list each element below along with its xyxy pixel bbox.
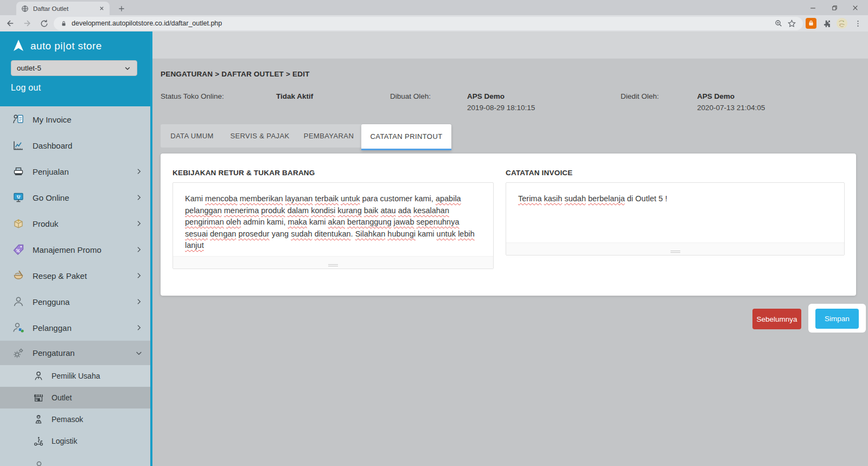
chevron-right-icon: [134, 219, 144, 228]
sidebar-item-outlet[interactable]: Outlet: [0, 387, 152, 408]
tab-catatan-printout[interactable]: CATATAN PRINTOUT: [361, 124, 451, 150]
sidebar-item-label: Manajemen Promo: [33, 245, 101, 254]
profile-avatar[interactable]: [836, 17, 848, 29]
browser-menu-icon[interactable]: [851, 16, 865, 30]
sidebar-item-label: Pemasok: [52, 415, 83, 424]
resize-grip[interactable]: [671, 251, 680, 253]
chevron-right-icon: [134, 297, 144, 307]
forward-button[interactable]: [20, 16, 34, 30]
brand-name: auto pi|ot store: [30, 40, 102, 52]
invoice-textarea-text: Terima kasih sudah berbelanja di Outlet …: [506, 183, 844, 205]
sidebar-item-label: Penjualan: [33, 167, 69, 176]
save-button[interactable]: Simpan: [815, 309, 859, 329]
extensions-puzzle-icon[interactable]: [819, 16, 833, 30]
previous-button[interactable]: Sebelumnya: [752, 309, 801, 329]
bookmark-star-icon[interactable]: [787, 19, 796, 28]
sidebar-item-pengaturan[interactable]: Pengaturan: [0, 341, 152, 365]
sidebar-item-pemilik-usaha[interactable]: Pemilik Usaha: [0, 365, 152, 387]
owner-icon: [33, 370, 44, 382]
chart-icon: [12, 139, 25, 152]
minimize-button[interactable]: [803, 1, 822, 14]
status-online-label: Status Toko Online:: [161, 92, 224, 100]
tab-close-icon[interactable]: [99, 5, 105, 11]
chevron-right-icon: [134, 245, 144, 254]
user-icon: [33, 459, 44, 466]
close-button[interactable]: [845, 1, 865, 14]
created-at-value: 2019-08-29 18:10:15: [467, 104, 535, 112]
reload-button[interactable]: [37, 16, 51, 30]
tab-title: Daftar Outlet: [33, 5, 94, 12]
retur-textarea[interactable]: Kami mencoba memberikan layanan terbaik …: [173, 182, 494, 269]
sidebar-item-dashboard[interactable]: Dashboard: [0, 132, 152, 158]
sidebar-item-label: Logistik: [52, 437, 77, 445]
tag-icon: [12, 243, 25, 256]
sidebar-item-pengguna[interactable]: Pengguna: [0, 289, 152, 315]
sidebar-item-label: Pelanggan: [33, 323, 72, 333]
maximize-button[interactable]: [825, 1, 844, 14]
box-icon: [12, 217, 25, 230]
edited-at-value: 2020-07-13 21:04:05: [697, 104, 765, 112]
status-online-value: Tidak Aktif: [276, 92, 313, 100]
sidebar-header: auto pi|ot store outlet-5 Log out: [0, 31, 152, 106]
sidebar: auto pi|ot store outlet-5 Log out My Inv…: [0, 31, 152, 466]
sidebar-item-label: Produk: [33, 219, 59, 228]
sidebar-item-my-invoice[interactable]: My Invoice: [0, 106, 152, 132]
lock-icon: [60, 20, 67, 27]
sidebar-item-pemasok[interactable]: Pemasok: [0, 408, 152, 430]
browser-toolbar: development.autopilotstore.co.id/daftar_…: [0, 15, 868, 31]
outlet-select[interactable]: outlet-5: [11, 60, 137, 76]
url-text: development.autopilotstore.co.id/daftar_…: [72, 20, 222, 27]
chevron-right-icon: [134, 193, 144, 202]
resize-grip[interactable]: [328, 264, 338, 266]
extension-shop-icon[interactable]: [806, 18, 816, 29]
sidebar-menu: My InvoiceDashboardPenjualanGo OnlinePro…: [0, 106, 152, 452]
content-top-band: [152, 31, 868, 59]
chevron-right-icon: [134, 271, 144, 280]
edited-by-label: Diedit Oleh:: [621, 92, 659, 100]
sidebar-item-produk[interactable]: Produk: [0, 210, 152, 237]
created-by-value: APS Demo: [467, 92, 505, 100]
tab-pembayaran[interactable]: PEMBAYARAN: [296, 124, 361, 148]
retur-panel-title: KEBIJAKAN RETUR & TUKAR BARANG: [173, 169, 315, 177]
invoice-textarea[interactable]: Terima kasih sudah berbelanja di Outlet …: [506, 182, 845, 256]
tab-servis-pajak[interactable]: SERVIS & PAJAK: [224, 124, 296, 148]
invoice-textarea-footer: [506, 242, 844, 255]
logout-link[interactable]: Log out: [11, 83, 142, 93]
browser-tab[interactable]: Daftar Outlet: [16, 2, 110, 15]
zoom-icon[interactable]: [774, 19, 783, 28]
sidebar-item-pelanggan[interactable]: Pelanggan: [0, 315, 152, 341]
monitor-icon: [12, 191, 25, 204]
sidebar-item-manajemen-promo[interactable]: Manajemen Promo: [0, 237, 152, 263]
created-by-label: Dibuat Oleh:: [390, 92, 431, 100]
bag-icon: [807, 20, 815, 27]
tab-favicon-globe-icon: [21, 5, 29, 12]
sidebar-item-resep-paket[interactable]: Resep & Paket: [0, 263, 152, 289]
sidebar-item-penjualan[interactable]: Penjualan: [0, 158, 152, 184]
mortar-icon: [12, 269, 25, 282]
sidebar-item-label: Pemilik Usaha: [52, 372, 100, 380]
back-button[interactable]: [3, 16, 17, 30]
sidebar-item-partial[interactable]: [0, 452, 152, 466]
url-bar[interactable]: development.autopilotstore.co.id/daftar_…: [54, 17, 803, 30]
save-button-wrapper: Simpan: [808, 304, 866, 333]
tab-data-umum[interactable]: DATA UMUM: [161, 124, 224, 148]
chevron-right-icon: [134, 323, 144, 333]
users-icon: [12, 321, 25, 334]
retur-textarea-footer: [173, 256, 493, 269]
chevron-down-icon: [124, 65, 131, 72]
paper-plane-icon: [11, 39, 25, 53]
browser-titlebar: Daftar Outlet: [0, 0, 868, 15]
new-tab-button[interactable]: [115, 3, 128, 14]
sidebar-item-label: Pengaturan: [33, 348, 75, 358]
sidebar-item-label: Outlet: [52, 393, 72, 402]
sidebar-item-go-online[interactable]: Go Online: [0, 184, 152, 210]
chevron-right-icon: [134, 167, 144, 176]
edited-by-value: APS Demo: [697, 92, 735, 100]
sidebar-item-label: Dashboard: [33, 141, 72, 150]
outlet-select-value: outlet-5: [17, 64, 41, 72]
user-icon: [12, 295, 25, 308]
content-card: KEBIJAKAN RETUR & TUKAR BARANG CATATAN I…: [161, 154, 856, 296]
sidebar-item-logistik[interactable]: Logistik: [0, 430, 152, 452]
brand-logo: auto pi|ot store: [11, 39, 142, 53]
sidebar-item-label: My Invoice: [33, 115, 72, 124]
